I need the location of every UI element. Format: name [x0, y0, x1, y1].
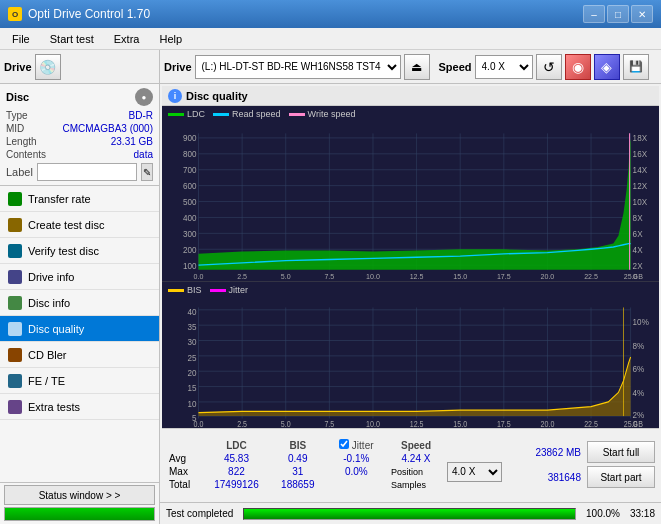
svg-text:10.0: 10.0: [366, 271, 380, 280]
stats-table: LDC BIS Jitter Speed Avg 45.83: [166, 438, 505, 491]
mid-value: CMCMAGBA3 (000): [62, 123, 153, 134]
nav-label-fe-te: FE / TE: [28, 375, 65, 387]
svg-text:7.5: 7.5: [324, 419, 334, 428]
col-jitter-check: Jitter: [325, 438, 388, 452]
main-drive-label: Drive: [164, 61, 192, 73]
disc-quality-icon: [8, 322, 22, 336]
legend-bis: BIS: [168, 285, 202, 295]
drive-icon-button[interactable]: 💿: [35, 54, 61, 80]
sidebar-item-cd-bler[interactable]: CD Bler: [0, 342, 159, 368]
bottom-progress-bar: [243, 508, 576, 520]
drive-select[interactable]: (L:) HL-DT-ST BD-RE WH16NS58 TST4: [195, 55, 401, 79]
close-button[interactable]: ✕: [631, 5, 653, 23]
disc-panel-icon: ●: [135, 88, 153, 106]
svg-text:12.5: 12.5: [410, 271, 424, 280]
sidebar-item-extra-tests[interactable]: Extra tests: [0, 394, 159, 420]
sidebar-item-verify-test-disc[interactable]: Verify test disc: [0, 238, 159, 264]
max-bis: 31: [271, 465, 325, 478]
sidebar-item-disc-quality[interactable]: Disc quality: [0, 316, 159, 342]
panel-header-icon: i: [168, 89, 182, 103]
svg-text:16X: 16X: [633, 149, 648, 160]
drive-toolbar: Drive 💿: [0, 50, 159, 84]
top-chart-svg: 900 800 700 600 500 400 300 200 100 18X …: [162, 122, 659, 281]
start-part-button[interactable]: Start part: [587, 466, 655, 488]
legend-jitter: Jitter: [210, 285, 249, 295]
svg-text:17.5: 17.5: [497, 419, 511, 428]
maximize-button[interactable]: □: [607, 5, 629, 23]
max-ldc: 822: [202, 465, 271, 478]
disc-title: Disc: [6, 91, 29, 103]
bottom-progress-fill: [244, 509, 575, 519]
total-ldc: 17499126: [202, 478, 271, 491]
eject-button[interactable]: ⏏: [404, 54, 430, 80]
write-speed-color: [289, 113, 305, 116]
type-value: BD-R: [129, 110, 153, 121]
disc-info-icon: [8, 296, 22, 310]
status-window-button[interactable]: Status window > >: [4, 485, 155, 505]
position-label: Position: [388, 465, 444, 478]
panel-header: i Disc quality: [162, 86, 659, 106]
menu-bar: File Start test Extra Help: [0, 28, 661, 50]
type-label: Type: [6, 110, 28, 121]
save-button[interactable]: 💾: [623, 54, 649, 80]
svg-text:15.0: 15.0: [453, 419, 467, 428]
jitter-checkbox[interactable]: [339, 439, 349, 449]
menu-file[interactable]: File: [4, 31, 38, 47]
contents-label: Contents: [6, 149, 46, 160]
svg-text:8X: 8X: [633, 212, 643, 223]
sidebar-item-disc-info[interactable]: Disc info: [0, 290, 159, 316]
svg-text:800: 800: [183, 149, 197, 160]
bottom-status-bar: Test completed 100.0% 33:18: [160, 502, 661, 524]
label-edit-button[interactable]: ✎: [141, 163, 153, 181]
length-value: 23.31 GB: [111, 136, 153, 147]
legend-bis-label: BIS: [187, 285, 202, 295]
sidebar-item-drive-info[interactable]: Drive info: [0, 264, 159, 290]
bottom-chart: 40 35 30 25 20 15 10 5 10% 8% 6%: [162, 298, 659, 428]
speed-select[interactable]: 4.0 X: [475, 55, 533, 79]
sidebar-item-transfer-rate[interactable]: Transfer rate: [0, 186, 159, 212]
svg-text:15: 15: [187, 383, 196, 394]
position-value: 23862 MB: [511, 447, 581, 458]
settings-button2[interactable]: ◈: [594, 54, 620, 80]
refresh-button[interactable]: ↺: [536, 54, 562, 80]
svg-text:900: 900: [183, 133, 197, 144]
svg-text:40: 40: [187, 306, 196, 317]
sidebar-item-fe-te[interactable]: FE / TE: [0, 368, 159, 394]
svg-text:2.5: 2.5: [237, 271, 247, 280]
read-speed-color: [213, 113, 229, 116]
right-panel: Drive (L:) HL-DT-ST BD-RE WH16NS58 TST4 …: [160, 50, 661, 524]
menu-help[interactable]: Help: [151, 31, 190, 47]
avg-label: Avg: [166, 452, 202, 465]
max-jitter: 0.0%: [325, 465, 388, 478]
samples-value: 381648: [511, 472, 581, 483]
sidebar: Drive 💿 Disc ● Type BD-R MID CMCMAGBA3 (…: [0, 50, 160, 524]
nav-label-verify-test-disc: Verify test disc: [28, 245, 99, 257]
label-input[interactable]: [37, 163, 137, 181]
svg-text:GB: GB: [633, 419, 643, 428]
start-full-button[interactable]: Start full: [587, 441, 655, 463]
svg-text:10%: 10%: [633, 317, 649, 328]
svg-text:35: 35: [187, 321, 196, 332]
create-test-disc-icon: [8, 218, 22, 232]
verify-test-disc-icon: [8, 244, 22, 258]
menu-start-test[interactable]: Start test: [42, 31, 102, 47]
svg-text:10X: 10X: [633, 197, 648, 208]
settings-button1[interactable]: ◉: [565, 54, 591, 80]
total-jitter: [325, 478, 388, 491]
svg-text:17.5: 17.5: [497, 271, 511, 280]
legend-jitter-label: Jitter: [229, 285, 249, 295]
svg-text:600: 600: [183, 181, 197, 192]
legend-write-speed-label: Write speed: [308, 109, 356, 119]
drive-info-icon: [8, 270, 22, 284]
nav-label-transfer-rate: Transfer rate: [28, 193, 91, 205]
svg-text:20.0: 20.0: [541, 419, 555, 428]
svg-text:6%: 6%: [633, 364, 645, 375]
extra-tests-icon: [8, 400, 22, 414]
minimize-button[interactable]: –: [583, 5, 605, 23]
col-empty: [444, 438, 505, 452]
disc-quality-panel: i Disc quality LDC Read speed: [162, 86, 659, 500]
sidebar-item-create-test-disc[interactable]: Create test disc: [0, 212, 159, 238]
svg-text:5.0: 5.0: [281, 271, 291, 280]
speed-max-select[interactable]: 4.0 X: [447, 462, 502, 482]
menu-extra[interactable]: Extra: [106, 31, 148, 47]
